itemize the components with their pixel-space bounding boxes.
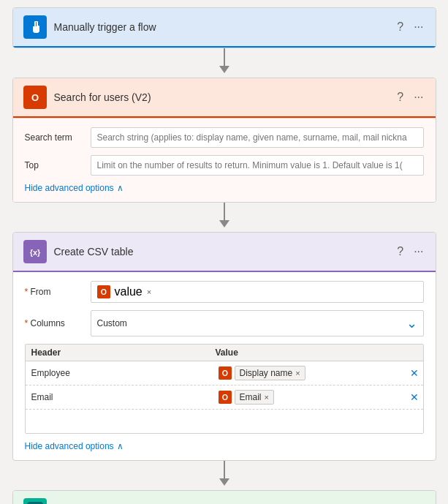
- hide-advanced-label-csv: Hide advanced options: [25, 441, 114, 451]
- hand-svg-icon: [28, 20, 42, 34]
- display-name-remove[interactable]: ×: [295, 369, 300, 377]
- connector-line-2: [224, 203, 225, 220]
- svg-text:O: O: [221, 369, 227, 377]
- email-value-cell: O Email ×: [216, 385, 406, 409]
- columns-select[interactable]: Custom ⌄: [91, 310, 424, 336]
- step-manual-trigger: Manually trigger a flow ? ···: [12, 7, 436, 48]
- connector-line-3: [224, 461, 225, 478]
- connector-1: [219, 48, 229, 78]
- hide-advanced-button-search[interactable]: Hide advanced options ∧: [25, 183, 124, 193]
- search-term-label: Search term: [25, 132, 83, 143]
- display-name-value-cell: O Display name ×: [216, 361, 406, 385]
- from-value-text: value: [115, 285, 143, 298]
- csv-help-button[interactable]: ?: [395, 244, 405, 260]
- columns-table-header: Header Value: [26, 345, 423, 361]
- connector-line-1: [224, 48, 225, 66]
- svg-text:O: O: [31, 92, 38, 103]
- connector-arrow-1: [219, 66, 229, 73]
- employee-header-text: Employee: [31, 368, 70, 378]
- columns-table: Header Value Employee O: [25, 344, 424, 434]
- columns-value: Custom: [97, 318, 127, 328]
- manual-trigger-help-button[interactable]: ?: [395, 19, 405, 35]
- connector-2: [219, 203, 229, 232]
- email-header-text: Email: [31, 392, 53, 402]
- columns-chevron-icon: ⌄: [406, 315, 417, 331]
- from-office-icon: O: [97, 285, 110, 298]
- manual-trigger-actions: ? ···: [395, 19, 425, 35]
- from-asterisk: *: [25, 287, 29, 297]
- csv-body: * From O value × * Columns Custom: [13, 272, 436, 460]
- email-row-delete[interactable]: ✕: [406, 388, 423, 406]
- connector-arrow-3: [219, 478, 229, 486]
- step-manual-trigger-header: Manually trigger a flow ? ···: [13, 8, 436, 48]
- display-name-text: Display name: [240, 368, 293, 378]
- table-row: Email O Email × ✕: [26, 385, 423, 410]
- csv-icon: {x}: [23, 240, 47, 263]
- manual-trigger-icon: [23, 15, 47, 39]
- top-label: Top: [25, 160, 83, 170]
- step-csv-header: {x} Create CSV table ? ···: [13, 233, 436, 272]
- manual-trigger-title: Manually trigger a flow: [54, 21, 389, 33]
- columns-row: * Columns Custom ⌄: [25, 310, 424, 336]
- display-name-office-icon: O: [219, 366, 232, 380]
- step-search-header: O Search for users (V2) ? ···: [13, 78, 436, 118]
- email-remove[interactable]: ×: [265, 393, 269, 402]
- step-create-file: S Create file ? ···: [12, 490, 436, 504]
- search-users-title: Search for users (V2): [54, 91, 389, 103]
- step-file-header: S Create file ? ···: [13, 491, 436, 504]
- svg-text:O: O: [221, 393, 227, 402]
- csv-title: Create CSV table: [54, 246, 389, 257]
- manual-trigger-menu-button[interactable]: ···: [412, 19, 425, 35]
- hide-advanced-chevron-search: ∧: [117, 183, 124, 193]
- email-office-icon: O: [219, 391, 232, 404]
- email-header-cell: Email: [26, 388, 216, 407]
- email-chip: Email ×: [235, 390, 274, 405]
- hide-advanced-button-csv[interactable]: Hide advanced options ∧: [25, 441, 124, 451]
- columns-label: * Columns: [25, 318, 83, 328]
- display-name-chip: Display name ×: [235, 366, 305, 380]
- office-svg-icon: O: [27, 89, 43, 105]
- search-term-row: Search term: [25, 127, 424, 148]
- connector-arrow-2: [219, 220, 229, 227]
- search-users-menu-button[interactable]: ···: [412, 89, 425, 105]
- search-users-actions: ? ···: [395, 89, 425, 105]
- email-chip-text: Email: [240, 392, 262, 402]
- hide-advanced-chevron-csv: ∧: [117, 441, 124, 451]
- hide-advanced-label-search: Hide advanced options: [25, 183, 114, 193]
- search-term-input[interactable]: [91, 127, 424, 148]
- top-row: Top: [25, 155, 424, 176]
- connector-3: [219, 461, 229, 490]
- employee-delete-icon: ✕: [410, 367, 419, 379]
- from-field-container: O value ×: [91, 281, 424, 303]
- search-users-icon: O: [23, 86, 47, 109]
- step-search-users: O Search for users (V2) ? ··· Search ter…: [12, 78, 436, 203]
- from-value-x[interactable]: ×: [147, 287, 151, 296]
- create-file-icon: S: [23, 498, 47, 504]
- employee-header-cell: Employee: [26, 364, 216, 383]
- fx-svg-icon: {x}: [27, 244, 43, 260]
- from-row: * From O value ×: [25, 281, 424, 303]
- table-row: Employee O Display name × ✕: [26, 361, 423, 385]
- flow-container: Manually trigger a flow ? ··· O Search f…: [7, 7, 441, 504]
- step-csv-table: {x} Create CSV table ? ··· * From O: [12, 232, 436, 461]
- empty-table-row: [26, 410, 423, 433]
- value-col-label: Value: [216, 347, 400, 358]
- csv-actions: ? ···: [395, 244, 425, 260]
- search-users-help-button[interactable]: ?: [395, 89, 405, 105]
- employee-row-delete[interactable]: ✕: [406, 364, 423, 382]
- header-col-label: Header: [31, 347, 216, 358]
- csv-menu-button[interactable]: ···: [412, 244, 425, 260]
- email-delete-icon: ✕: [410, 391, 419, 403]
- svg-text:O: O: [100, 287, 106, 296]
- columns-asterisk: *: [25, 318, 29, 328]
- from-label: * From: [25, 287, 83, 297]
- top-input[interactable]: [91, 155, 424, 176]
- svg-text:{x}: {x}: [29, 248, 40, 257]
- search-users-body: Search term Top Hide advanced options ∧: [13, 118, 436, 202]
